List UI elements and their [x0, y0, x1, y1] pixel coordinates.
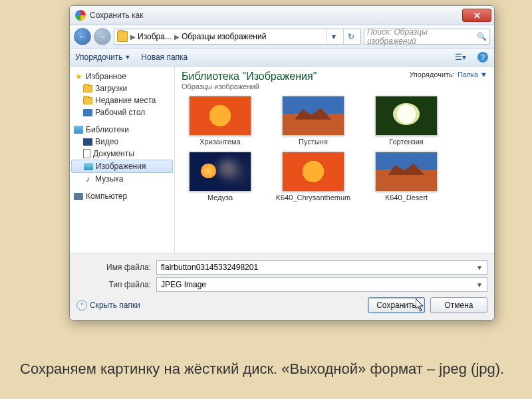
library-title: Библиотека "Изображения"	[182, 70, 409, 82]
library-subtitle: Образцы изображений	[182, 82, 409, 90]
sidebar-item-pictures[interactable]: Изображения	[71, 160, 173, 173]
chrome-icon	[75, 10, 86, 21]
sidebar-libraries-header[interactable]: Библиотеки	[71, 124, 173, 136]
content-pane: Библиотека "Изображения" Образцы изображ…	[175, 66, 494, 253]
dropdown-icon[interactable]: ▾	[326, 29, 340, 44]
window-title: Сохранить как	[90, 11, 462, 20]
back-button[interactable]: ←	[74, 28, 91, 45]
toolbar: Упорядочить▼ Новая папка ☰▾ ?	[70, 49, 494, 66]
path-seg-1[interactable]: Изобра...	[138, 32, 172, 41]
refresh-icon[interactable]: ↻	[343, 29, 358, 44]
new-folder-button[interactable]: Новая папка	[141, 53, 188, 62]
chevron-right-icon: ▶	[174, 33, 180, 41]
view-options-button[interactable]: ☰▾	[454, 51, 466, 63]
image-thumbnail	[189, 96, 251, 136]
sidebar-item-desktop[interactable]: Рабочий стол	[71, 106, 173, 118]
sidebar-item-downloads[interactable]: Загрузки	[71, 82, 173, 94]
folder-icon	[117, 31, 128, 42]
desktop-icon	[83, 109, 92, 116]
thumb-k640-desert[interactable]: K640_Desert	[368, 152, 445, 202]
sort-control[interactable]: Упорядочить: Папка ▼	[409, 70, 487, 78]
folder-icon	[83, 97, 92, 104]
image-thumbnail	[282, 96, 344, 136]
save-button[interactable]: Сохранить	[368, 297, 425, 313]
thumb-chrysanthemum[interactable]: Хризантема	[182, 96, 259, 146]
sidebar-item-video[interactable]: Видео	[71, 136, 173, 148]
computer-icon	[74, 193, 83, 200]
image-thumbnail	[282, 152, 344, 192]
sidebar-computer-header[interactable]: Компьютер	[71, 190, 173, 202]
help-button[interactable]: ?	[477, 51, 489, 63]
chevron-right-icon: ▶	[130, 33, 136, 41]
music-icon: ♪	[83, 174, 92, 184]
slide-caption: Сохраняем картинку на жёсткий диск. «Вых…	[20, 360, 512, 379]
thumb-k640-chrys[interactable]: K640_Chrysanthemum	[275, 152, 352, 202]
sidebar: ★Избранное Загрузки Недавние места Рабоч…	[70, 66, 175, 253]
pictures-icon	[84, 163, 93, 170]
titlebar: Сохранить как ✕	[70, 6, 494, 25]
thumb-desert[interactable]: Пустыня	[275, 96, 352, 146]
close-button[interactable]: ✕	[462, 9, 491, 22]
chevron-down-icon: ▼	[124, 54, 130, 61]
search-icon: 🔍	[477, 32, 487, 41]
path-seg-2[interactable]: Образцы изображений	[182, 32, 266, 41]
video-icon	[83, 138, 92, 146]
filename-label: Имя файла:	[76, 263, 151, 272]
sidebar-favorites-header[interactable]: ★Избранное	[71, 70, 173, 82]
search-placeholder: Поиск: Образцы изображений	[367, 27, 477, 46]
image-thumbnail	[375, 152, 438, 192]
sidebar-item-recent[interactable]: Недавние места	[71, 94, 173, 106]
thumb-hydrangea[interactable]: Гортензия	[368, 96, 445, 146]
cancel-button[interactable]: Отмена	[430, 297, 487, 313]
search-input[interactable]: Поиск: Образцы изображений 🔍	[364, 29, 490, 45]
filetype-label: Тип файла:	[76, 280, 151, 289]
document-icon	[83, 149, 90, 158]
libraries-icon	[74, 126, 83, 134]
sidebar-item-music[interactable]: ♪Музыка	[71, 173, 173, 185]
chevron-down-icon[interactable]: ▼	[476, 264, 483, 271]
chevron-down-icon[interactable]: ▼	[476, 281, 483, 289]
bottom-panel: Имя файла: flairbutton03145332498201▼ Ти…	[70, 253, 494, 320]
chevron-up-icon: ˄	[76, 300, 87, 311]
save-as-dialog: Сохранить как ✕ ← → ▶Изобра... ▶Образцы …	[69, 5, 495, 321]
folder-icon	[83, 85, 92, 92]
hide-folders-button[interactable]: ˄Скрыть папки	[76, 300, 140, 311]
organize-button[interactable]: Упорядочить▼	[75, 53, 130, 62]
thumb-jellyfish[interactable]: Медуза	[182, 152, 259, 202]
image-thumbnail	[189, 152, 251, 192]
filename-input[interactable]: flairbutton03145332498201▼	[156, 260, 487, 275]
filetype-select[interactable]: JPEG Image▼	[156, 277, 487, 292]
help-icon: ?	[477, 52, 488, 63]
image-thumbnail	[375, 96, 438, 136]
breadcrumb[interactable]: ▶Изобра... ▶Образцы изображений ▾ ↻	[114, 29, 361, 45]
sidebar-item-documents[interactable]: Документы	[71, 148, 173, 160]
nav-row: ← → ▶Изобра... ▶Образцы изображений ▾ ↻ …	[70, 25, 494, 49]
star-icon: ★	[74, 72, 83, 81]
forward-button[interactable]: →	[94, 28, 111, 45]
